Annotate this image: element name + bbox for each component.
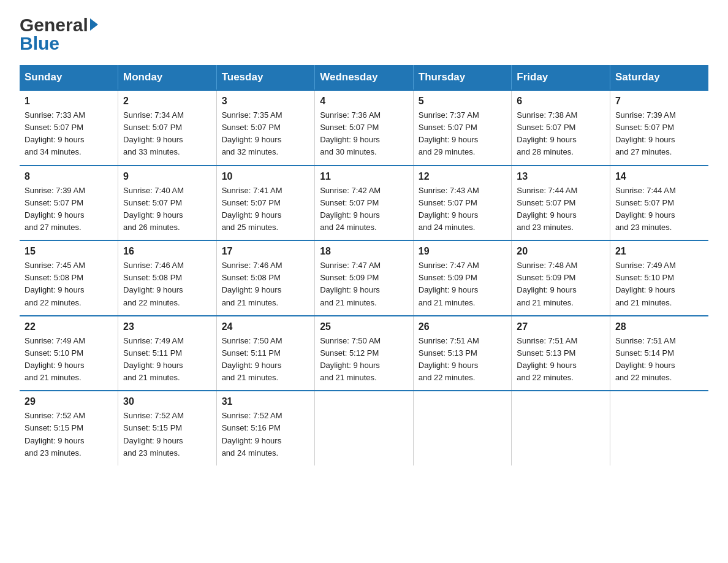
calendar-cell: 25 Sunrise: 7:50 AMSunset: 5:12 PMDaylig… (315, 316, 414, 391)
calendar-cell: 8 Sunrise: 7:39 AMSunset: 5:07 PMDayligh… (20, 166, 118, 241)
calendar-table: SundayMondayTuesdayWednesdayThursdayFrid… (20, 65, 708, 465)
col-header-wednesday: Wednesday (315, 65, 414, 90)
calendar-cell: 5 Sunrise: 7:37 AMSunset: 5:07 PMDayligh… (413, 90, 512, 166)
day-info: Sunrise: 7:49 AMSunset: 5:10 PMDaylight:… (25, 335, 113, 385)
day-number: 6 (517, 96, 605, 107)
day-number: 31 (222, 396, 310, 407)
day-info: Sunrise: 7:42 AMSunset: 5:07 PMDaylight:… (320, 185, 408, 234)
day-info: Sunrise: 7:34 AMSunset: 5:07 PMDaylight:… (123, 109, 211, 159)
calendar-cell: 29 Sunrise: 7:52 AMSunset: 5:15 PMDaylig… (20, 391, 118, 465)
day-info: Sunrise: 7:48 AMSunset: 5:09 PMDaylight:… (517, 259, 605, 309)
calendar-cell: 20 Sunrise: 7:48 AMSunset: 5:09 PMDaylig… (512, 240, 610, 316)
logo-blue-text: Blue (20, 33, 59, 54)
day-number: 2 (123, 96, 211, 107)
calendar-cell: 24 Sunrise: 7:50 AMSunset: 5:11 PMDaylig… (216, 316, 315, 391)
day-number: 16 (123, 246, 211, 257)
day-number: 23 (123, 321, 211, 332)
day-info: Sunrise: 7:51 AMSunset: 5:13 PMDaylight:… (419, 335, 507, 385)
day-number: 13 (517, 171, 605, 182)
day-number: 27 (517, 321, 605, 332)
calendar-cell (610, 391, 708, 465)
col-header-tuesday: Tuesday (216, 65, 315, 90)
logo: General Blue (20, 15, 98, 54)
calendar-cell: 21 Sunrise: 7:49 AMSunset: 5:10 PMDaylig… (610, 240, 708, 316)
day-number: 1 (25, 96, 113, 107)
day-info: Sunrise: 7:50 AMSunset: 5:12 PMDaylight:… (320, 335, 408, 385)
day-number: 24 (222, 321, 310, 332)
day-number: 22 (25, 321, 113, 332)
calendar-cell: 1 Sunrise: 7:33 AMSunset: 5:07 PMDayligh… (20, 90, 118, 166)
logo-arrow-icon (90, 18, 98, 31)
day-info: Sunrise: 7:36 AMSunset: 5:07 PMDaylight:… (320, 109, 408, 159)
day-info: Sunrise: 7:39 AMSunset: 5:07 PMDaylight:… (615, 109, 703, 159)
day-info: Sunrise: 7:38 AMSunset: 5:07 PMDaylight:… (517, 109, 605, 159)
day-info: Sunrise: 7:37 AMSunset: 5:07 PMDaylight:… (419, 109, 507, 159)
calendar-cell: 30 Sunrise: 7:52 AMSunset: 5:15 PMDaylig… (118, 391, 217, 465)
day-info: Sunrise: 7:45 AMSunset: 5:08 PMDaylight:… (25, 259, 113, 309)
day-info: Sunrise: 7:44 AMSunset: 5:07 PMDaylight:… (517, 185, 605, 234)
day-info: Sunrise: 7:44 AMSunset: 5:07 PMDaylight:… (615, 185, 703, 234)
calendar-cell (512, 391, 610, 465)
logo-general-text: General (20, 15, 88, 36)
calendar-cell: 10 Sunrise: 7:41 AMSunset: 5:07 PMDaylig… (216, 166, 315, 241)
day-info: Sunrise: 7:51 AMSunset: 5:13 PMDaylight:… (517, 335, 605, 385)
calendar-cell: 16 Sunrise: 7:46 AMSunset: 5:08 PMDaylig… (118, 240, 217, 316)
calendar-cell: 11 Sunrise: 7:42 AMSunset: 5:07 PMDaylig… (315, 166, 414, 241)
day-info: Sunrise: 7:50 AMSunset: 5:11 PMDaylight:… (222, 335, 310, 385)
calendar-cell: 28 Sunrise: 7:51 AMSunset: 5:14 PMDaylig… (610, 316, 708, 391)
day-number: 5 (419, 96, 507, 107)
calendar-cell: 22 Sunrise: 7:49 AMSunset: 5:10 PMDaylig… (20, 316, 118, 391)
day-info: Sunrise: 7:40 AMSunset: 5:07 PMDaylight:… (123, 185, 211, 234)
calendar-week-row: 22 Sunrise: 7:49 AMSunset: 5:10 PMDaylig… (20, 316, 708, 391)
calendar-cell: 3 Sunrise: 7:35 AMSunset: 5:07 PMDayligh… (216, 90, 315, 166)
day-number: 8 (25, 171, 113, 182)
calendar-cell: 15 Sunrise: 7:45 AMSunset: 5:08 PMDaylig… (20, 240, 118, 316)
calendar-cell: 13 Sunrise: 7:44 AMSunset: 5:07 PMDaylig… (512, 166, 610, 241)
day-number: 10 (222, 171, 310, 182)
day-number: 18 (320, 246, 408, 257)
calendar-cell: 4 Sunrise: 7:36 AMSunset: 5:07 PMDayligh… (315, 90, 414, 166)
day-number: 9 (123, 171, 211, 182)
calendar-cell: 18 Sunrise: 7:47 AMSunset: 5:09 PMDaylig… (315, 240, 414, 316)
day-info: Sunrise: 7:52 AMSunset: 5:16 PMDaylight:… (222, 410, 310, 459)
col-header-thursday: Thursday (413, 65, 512, 90)
day-info: Sunrise: 7:33 AMSunset: 5:07 PMDaylight:… (25, 109, 113, 159)
day-number: 15 (25, 246, 113, 257)
calendar-cell: 7 Sunrise: 7:39 AMSunset: 5:07 PMDayligh… (610, 90, 708, 166)
day-info: Sunrise: 7:43 AMSunset: 5:07 PMDaylight:… (419, 185, 507, 234)
day-info: Sunrise: 7:46 AMSunset: 5:08 PMDaylight:… (123, 259, 211, 309)
day-number: 17 (222, 246, 310, 257)
day-number: 12 (419, 171, 507, 182)
day-number: 25 (320, 321, 408, 332)
day-info: Sunrise: 7:39 AMSunset: 5:07 PMDaylight:… (25, 185, 113, 234)
day-number: 4 (320, 96, 408, 107)
calendar-cell: 31 Sunrise: 7:52 AMSunset: 5:16 PMDaylig… (216, 391, 315, 465)
day-number: 7 (615, 96, 703, 107)
day-info: Sunrise: 7:52 AMSunset: 5:15 PMDaylight:… (25, 410, 113, 459)
day-number: 30 (123, 396, 211, 407)
day-number: 20 (517, 246, 605, 257)
calendar-cell: 23 Sunrise: 7:49 AMSunset: 5:11 PMDaylig… (118, 316, 217, 391)
day-number: 26 (419, 321, 507, 332)
day-number: 3 (222, 96, 310, 107)
calendar-cell: 6 Sunrise: 7:38 AMSunset: 5:07 PMDayligh… (512, 90, 610, 166)
col-header-sunday: Sunday (20, 65, 118, 90)
day-info: Sunrise: 7:49 AMSunset: 5:10 PMDaylight:… (615, 259, 703, 309)
day-info: Sunrise: 7:35 AMSunset: 5:07 PMDaylight:… (222, 109, 310, 159)
calendar-cell: 14 Sunrise: 7:44 AMSunset: 5:07 PMDaylig… (610, 166, 708, 241)
day-info: Sunrise: 7:47 AMSunset: 5:09 PMDaylight:… (320, 259, 408, 309)
calendar-week-row: 8 Sunrise: 7:39 AMSunset: 5:07 PMDayligh… (20, 166, 708, 241)
calendar-cell: 27 Sunrise: 7:51 AMSunset: 5:13 PMDaylig… (512, 316, 610, 391)
col-header-friday: Friday (512, 65, 610, 90)
day-number: 14 (615, 171, 703, 182)
day-number: 21 (615, 246, 703, 257)
day-info: Sunrise: 7:46 AMSunset: 5:08 PMDaylight:… (222, 259, 310, 309)
page-header: General Blue (20, 15, 708, 54)
calendar-cell (315, 391, 414, 465)
calendar-cell: 2 Sunrise: 7:34 AMSunset: 5:07 PMDayligh… (118, 90, 217, 166)
calendar-cell: 9 Sunrise: 7:40 AMSunset: 5:07 PMDayligh… (118, 166, 217, 241)
day-info: Sunrise: 7:49 AMSunset: 5:11 PMDaylight:… (123, 335, 211, 385)
calendar-cell (413, 391, 512, 465)
calendar-cell: 26 Sunrise: 7:51 AMSunset: 5:13 PMDaylig… (413, 316, 512, 391)
calendar-cell: 17 Sunrise: 7:46 AMSunset: 5:08 PMDaylig… (216, 240, 315, 316)
